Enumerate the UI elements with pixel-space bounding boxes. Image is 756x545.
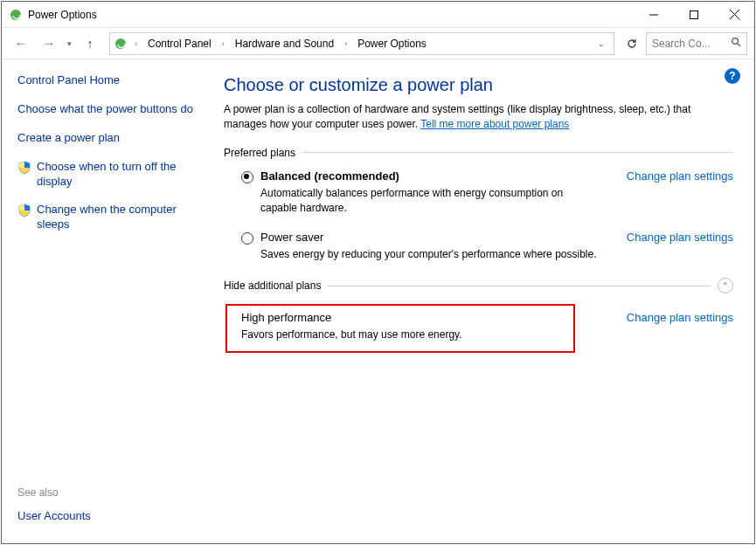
window-frame: Power Options ← → ▾ ↑ › Control Panel › [1, 1, 755, 544]
svg-line-7 [738, 44, 740, 46]
plan-desc: Automatically balances performance with … [260, 186, 601, 216]
sidebar-link-create-plan[interactable]: Create a power plan [17, 131, 203, 146]
power-options-icon [9, 8, 23, 22]
nav-back-button[interactable]: ← [9, 31, 33, 56]
plan-desc: Saves energy by reducing your computer's… [260, 247, 601, 262]
sidebar-link-computer-sleeps[interactable]: Change when the computer sleeps [17, 203, 203, 232]
chevron-right-icon[interactable]: › [218, 39, 228, 48]
nav-forward-button[interactable]: → [37, 31, 61, 56]
change-plan-settings-link[interactable]: Change plan settings [627, 231, 733, 244]
window-controls [634, 2, 754, 28]
content: Choose or customize a power plan A power… [218, 59, 754, 543]
see-also-label: See also [17, 486, 203, 499]
sidebar-link-power-buttons[interactable]: Choose what the power buttons do [17, 102, 203, 117]
navbar: ← → ▾ ↑ › Control Panel › Hardware and S… [2, 28, 754, 59]
shield-icon [17, 204, 31, 217]
sidebar-link-turn-off-display[interactable]: Choose when to turn off the display [17, 160, 203, 190]
nav-up-button[interactable]: ↑ [78, 31, 102, 56]
close-button[interactable] [714, 2, 754, 28]
shield-icon [17, 161, 31, 175]
breadcrumb-dropdown-icon[interactable]: ⌄ [593, 39, 610, 48]
plan-name: Balanced (recommended) [260, 169, 399, 183]
collapse-icon[interactable]: ⌃ [718, 278, 733, 293]
page-title: Choose or customize a power plan [224, 75, 733, 95]
chevron-right-icon[interactable]: › [131, 39, 141, 48]
sidebar-home-link[interactable]: Control Panel Home [17, 73, 203, 88]
plan-high-performance: High performance Favors performance, but… [225, 304, 575, 353]
breadcrumb-item[interactable]: Power Options [354, 36, 430, 52]
search-icon [731, 37, 741, 50]
breadcrumb-item[interactable]: Control Panel [144, 36, 215, 52]
breadcrumb[interactable]: › Control Panel › Hardware and Sound › P… [109, 32, 614, 55]
sidebar-link-user-accounts[interactable]: User Accounts [17, 509, 203, 524]
plan-name: High performance [241, 311, 462, 324]
section-additional-plans[interactable]: Hide additional plans ⌃ [224, 278, 733, 293]
maximize-button[interactable] [674, 2, 714, 28]
change-plan-settings-link[interactable]: Change plan settings [627, 169, 733, 183]
minimize-button[interactable] [634, 2, 674, 28]
refresh-button[interactable] [621, 32, 642, 55]
plan-desc: Favors performance, but may use more ene… [241, 328, 462, 342]
plan-power-saver: Power saver Change plan settings Saves e… [224, 231, 733, 262]
help-icon[interactable]: ? [725, 68, 740, 84]
chevron-right-icon[interactable]: › [341, 39, 350, 48]
search-input[interactable]: Search Co... [646, 32, 747, 55]
titlebar: Power Options [2, 2, 754, 28]
plan-balanced: Balanced (recommended) Change plan setti… [224, 169, 733, 216]
sidebar: Control Panel Home Choose what the power… [2, 59, 218, 543]
svg-rect-2 [690, 10, 698, 18]
section-preferred-plans: Preferred plans [224, 147, 733, 159]
body: ? Control Panel Home Choose what the pow… [2, 59, 754, 543]
window-title: Power Options [28, 9, 97, 21]
svg-point-6 [732, 38, 739, 45]
power-options-icon [114, 37, 128, 51]
breadcrumb-item[interactable]: Hardware and Sound [232, 36, 337, 52]
radio-balanced[interactable] [241, 171, 253, 183]
nav-history-dropdown[interactable]: ▾ [67, 39, 72, 48]
page-description: A power plan is a collection of hardware… [224, 102, 733, 133]
learn-more-link[interactable]: Tell me more about power plans [420, 118, 569, 130]
change-plan-settings-link[interactable]: Change plan settings [627, 311, 733, 324]
plan-name: Power saver [260, 231, 323, 244]
radio-power-saver[interactable] [241, 232, 253, 245]
